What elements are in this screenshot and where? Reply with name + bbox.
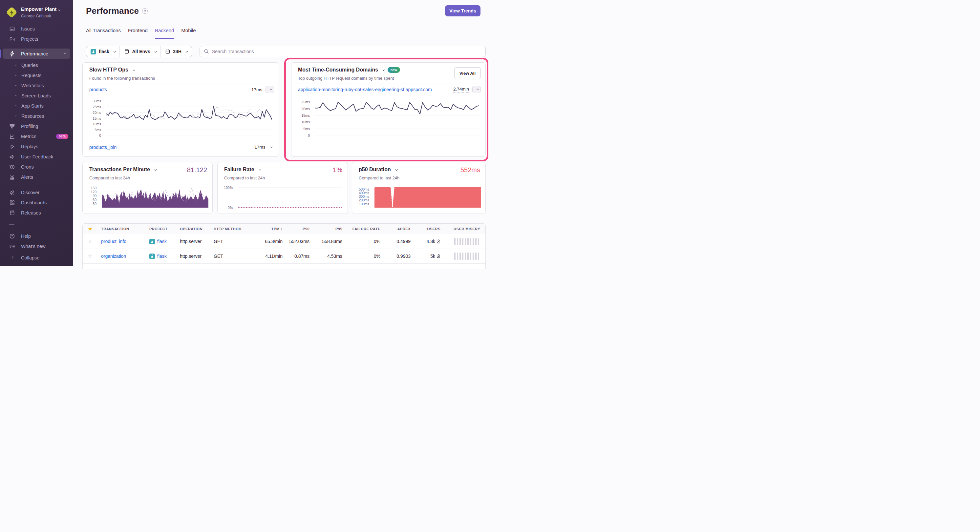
sidebar-item-metrics[interactable]: Metrics beta [0, 131, 73, 141]
star-outline-icon[interactable]: ☆ [88, 253, 101, 259]
collapse-toggle-button[interactable] [472, 86, 481, 93]
archive-icon [9, 210, 15, 216]
star-filled-icon[interactable]: ★ [88, 226, 101, 232]
telescope-icon [9, 190, 15, 195]
chevron-down-icon [133, 68, 135, 70]
sidebar-item-whats-new[interactable]: What's new [0, 241, 73, 251]
p50-title-dropdown[interactable]: p50 Duration [359, 167, 397, 173]
expand-toggle-chevron[interactable] [270, 146, 272, 148]
bullet-icon [16, 65, 16, 66]
project-link[interactable]: flask [157, 239, 167, 244]
products-duration: 17ms [251, 87, 266, 92]
table-row: ☆ organization flask http.server GET 4.1… [83, 249, 485, 264]
time-range-filter[interactable]: 24H [161, 46, 192, 57]
sidebar-item-discover[interactable]: Discover [0, 187, 73, 197]
sidebar-item-issues[interactable]: Issues [0, 24, 73, 34]
performance-icon [9, 51, 15, 57]
sidebar-item-queries[interactable]: Queries [0, 60, 73, 70]
transaction-link[interactable]: product_info [101, 239, 150, 244]
sidebar-item-app-starts[interactable]: App Starts [0, 101, 73, 111]
sidebar-item-projects[interactable]: Projects [0, 34, 73, 44]
chevron-down-icon [154, 50, 157, 52]
tab-mobile[interactable]: Mobile [181, 27, 196, 39]
user-misery-bars [454, 238, 480, 245]
org-name: Empower Plant [21, 6, 60, 12]
tab-frontend[interactable]: Frontend [128, 27, 148, 39]
sidebar-item-screen-loads[interactable]: Screen Loads [0, 91, 73, 101]
sidebar-item-profiling[interactable]: Profiling [0, 121, 73, 131]
products-link[interactable]: products [89, 87, 107, 92]
domains-chart: 25ms20ms15ms10ms5ms0 [297, 99, 479, 135]
bullet-icon [16, 85, 16, 86]
sidebar: Empower Plant George Gritsouk Issues Pro… [0, 0, 73, 266]
p50-subtitle: Compared to last 24h [359, 175, 399, 180]
table-header-row: ★ TRANSACTION PROJECT OPERATION HTTP MET… [83, 224, 485, 234]
bullet-icon [16, 75, 16, 76]
sidebar-item-replays[interactable]: Replays [0, 141, 73, 151]
environment-filter[interactable]: All Envs [119, 46, 161, 57]
sidebar-item-resources[interactable]: Resources [0, 111, 73, 121]
sidebar-collapse-button[interactable]: Collapse [0, 253, 73, 263]
sidebar-item-alerts[interactable]: Alerts [0, 172, 73, 182]
tpm-title-dropdown[interactable]: Transactions Per Minute [89, 167, 156, 173]
dashboards-icon [9, 200, 15, 206]
user-icon [437, 254, 441, 258]
sidebar-divider [0, 218, 73, 231]
sidebar-item-performance[interactable]: Performance [3, 49, 70, 59]
sidebar-item-help[interactable]: Help [0, 231, 73, 241]
failure-rate-title-dropdown[interactable]: Failure Rate [224, 167, 261, 173]
collapse-toggle-button[interactable] [266, 86, 274, 93]
sidebar-item-web-vitals[interactable]: Web Vitals [0, 80, 73, 91]
products-join-duration: 17ms [255, 145, 269, 149]
sidebar-item-releases[interactable]: Releases [0, 208, 73, 218]
projects-icon [9, 36, 15, 42]
domains-subtitle: Top outgoing HTTP request domains by tim… [298, 76, 394, 81]
sidebar-item-requests[interactable]: Requests [0, 70, 73, 80]
table-row: ☆ product_info flask http.server GET 65.… [83, 234, 485, 249]
issues-icon [9, 26, 15, 32]
search-input[interactable] [212, 49, 482, 54]
flask-project-icon [91, 49, 96, 54]
chevron-down-icon [186, 50, 188, 52]
tpm-chart: 150120906030 [87, 186, 208, 208]
flask-project-icon [150, 239, 155, 245]
domains-title-dropdown[interactable]: Most Time-Consuming Domains new [298, 67, 400, 73]
sidebar-item-crons[interactable]: Crons [0, 162, 73, 172]
domain-link[interactable]: application-monitoring-ruby-dot-sales-en… [298, 87, 432, 92]
transaction-link[interactable]: organization [101, 254, 150, 259]
most-time-consuming-domains-panel: Most Time-Consuming Domains new View All… [291, 62, 486, 157]
chevron-down-icon [58, 8, 60, 11]
beta-badge: beta [56, 134, 68, 139]
slow-http-ops-title-dropdown[interactable]: Slow HTTP Ops [89, 67, 135, 73]
transaction-row-products: products 17ms [83, 84, 278, 95]
metrics-icon [9, 133, 15, 140]
transaction-row-products-join: products_join 17ms [83, 138, 278, 156]
org-logo [6, 7, 17, 18]
project-link[interactable]: flask [157, 254, 167, 259]
sidebar-item-user-feedback[interactable]: User Feedback [0, 151, 73, 162]
tab-backend[interactable]: Backend [155, 27, 174, 39]
chevron-up-icon [64, 53, 66, 55]
p50-chart: 500ms400ms300ms200ms100ms [357, 186, 481, 208]
domain-time-spent: 2.74min [453, 87, 469, 92]
sidebar-item-dashboards[interactable]: Dashboards [0, 197, 73, 208]
p50-value: 552ms [460, 166, 480, 174]
bullet-icon [16, 116, 16, 116]
bullet-icon [16, 95, 16, 96]
products-join-link[interactable]: products_join [89, 145, 116, 150]
help-circle-icon[interactable]: ? [142, 8, 148, 14]
view-trends-button[interactable]: View Trends [445, 5, 480, 16]
tab-all-transactions[interactable]: All Transactions [86, 27, 121, 39]
profiling-icon [9, 123, 15, 129]
domain-row: application-monitoring-ruby-dot-sales-en… [291, 84, 485, 95]
active-indicator [0, 49, 1, 58]
star-outline-icon[interactable]: ☆ [88, 238, 101, 245]
replays-icon [9, 144, 15, 149]
failure-rate-subtitle: Compared to last 24h [224, 175, 265, 180]
org-switcher[interactable]: Empower Plant George Gritsouk [6, 6, 60, 19]
view-all-button[interactable]: View All [454, 67, 481, 79]
search-box [200, 46, 486, 57]
help-icon [9, 233, 15, 239]
project-filter[interactable]: flask [86, 46, 119, 57]
sort-column-tpm[interactable]: TPM↓ [256, 227, 283, 231]
